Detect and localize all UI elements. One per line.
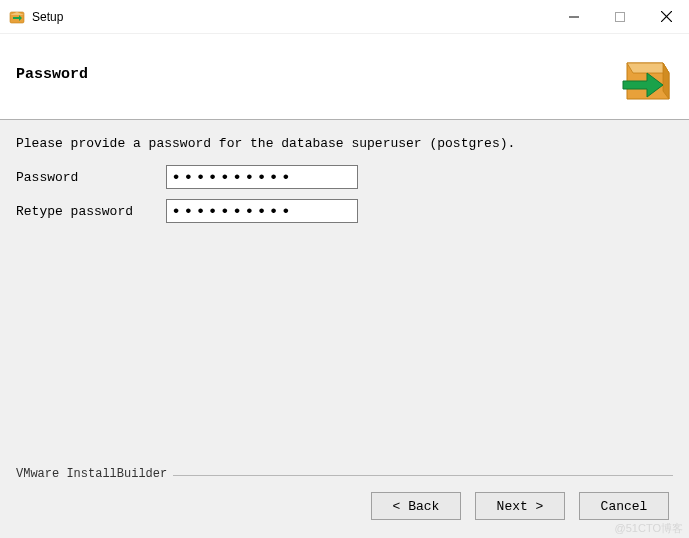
app-icon — [8, 8, 26, 26]
footer-separator: VMware InstallBuilder — [16, 470, 673, 480]
password-row: Password — [16, 165, 673, 189]
wizard-footer: VMware InstallBuilder < Back Next > Canc… — [0, 470, 689, 538]
titlebar: Setup — [0, 0, 689, 34]
svg-rect-2 — [616, 12, 625, 21]
password-label: Password — [16, 170, 166, 185]
password-input[interactable] — [166, 165, 358, 189]
window-title: Setup — [32, 10, 63, 24]
maximize-button — [597, 0, 643, 33]
installer-box-icon — [617, 49, 673, 105]
next-button[interactable]: Next > — [475, 492, 565, 520]
cancel-button[interactable]: Cancel — [579, 492, 669, 520]
builder-label: VMware InstallBuilder — [16, 467, 173, 481]
wizard-header: Password — [0, 34, 689, 120]
minimize-button[interactable] — [551, 0, 597, 33]
retype-password-input[interactable] — [166, 199, 358, 223]
setup-window: Setup Password Please provide a pa — [0, 0, 689, 538]
back-button[interactable]: < Back — [371, 492, 461, 520]
close-button[interactable] — [643, 0, 689, 33]
retype-password-label: Retype password — [16, 204, 166, 219]
window-controls — [551, 0, 689, 33]
instruction-text: Please provide a password for the databa… — [16, 136, 673, 151]
retype-password-row: Retype password — [16, 199, 673, 223]
wizard-content: Please provide a password for the databa… — [0, 120, 689, 470]
button-row: < Back Next > Cancel — [16, 492, 673, 520]
page-title: Password — [16, 66, 88, 83]
